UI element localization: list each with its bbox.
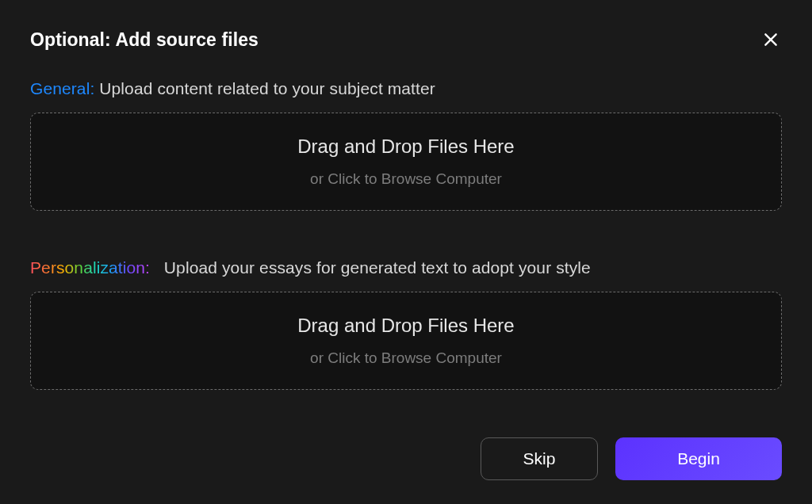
close-icon [763,32,779,48]
dialog-footer: Skip Begin [30,437,782,480]
begin-button[interactable]: Begin [615,437,782,480]
personalization-dropzone[interactable]: Drag and Drop Files Here or Click to Bro… [30,292,782,390]
general-drop-sub-text: or Click to Browse Computer [310,170,502,188]
personalization-description: Upload your essays for generated text to… [155,258,591,277]
dialog-title: Optional: Add source files [30,29,259,51]
personalization-label: Personalization: [30,258,150,277]
personalization-drop-main-text: Drag and Drop Files Here [297,315,514,337]
dialog-header: Optional: Add source files [30,29,782,51]
personalization-section-label: Personalization: Upload your essays for … [30,258,782,277]
general-label: General: [30,79,94,97]
general-description: Upload content related to your subject m… [99,79,435,97]
close-button[interactable] [760,29,782,51]
general-dropzone[interactable]: Drag and Drop Files Here or Click to Bro… [30,113,782,211]
general-drop-main-text: Drag and Drop Files Here [297,136,514,158]
general-section-label: General: Upload content related to your … [30,79,782,98]
personalization-drop-sub-text: or Click to Browse Computer [310,349,502,367]
skip-button[interactable]: Skip [481,437,598,480]
